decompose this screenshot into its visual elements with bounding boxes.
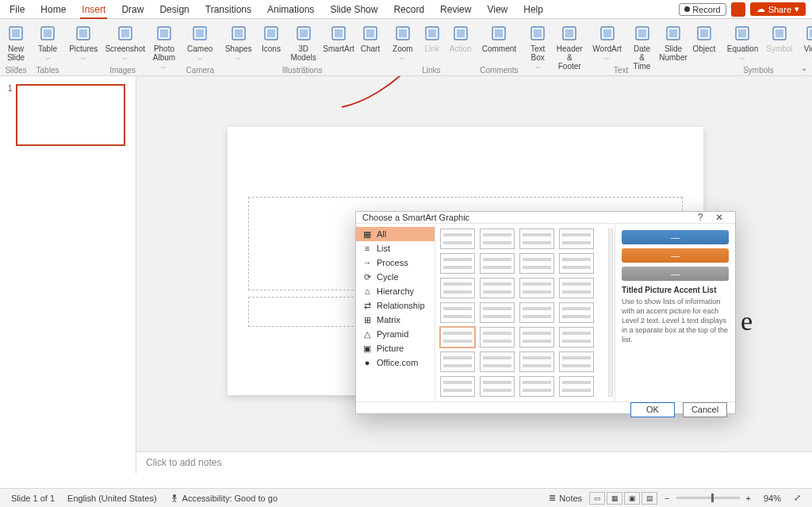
layout-thumb[interactable] (480, 327, 515, 348)
layout-thumb[interactable] (519, 253, 554, 274)
view-reading-button[interactable]: ▣ (624, 492, 640, 505)
category-matrix[interactable]: ⊞Matrix (356, 313, 435, 327)
zoom-in-button[interactable]: + (740, 494, 757, 503)
layout-thumb[interactable] (559, 351, 594, 372)
ribbon-chart[interactable]: Chart (358, 22, 383, 55)
layout-thumb[interactable] (440, 351, 475, 372)
ribbon-equation[interactable]: Equation (723, 22, 762, 65)
ribbon-comment[interactable]: Comment (480, 22, 519, 55)
layout-thumb[interactable] (519, 351, 554, 372)
zoom-slider[interactable] (676, 497, 740, 499)
status-slide[interactable]: Slide 1 of 1 (5, 494, 61, 503)
tab-record[interactable]: Record (385, 1, 432, 18)
tab-slide-show[interactable]: Slide Show (322, 1, 385, 18)
ribbon-video[interactable]: Video (800, 22, 812, 65)
layout-thumb[interactable] (559, 302, 594, 323)
category-pyramid[interactable]: △Pyramid (356, 327, 435, 341)
layout-thumb[interactable] (519, 302, 554, 323)
cancel-button[interactable]: Cancel (683, 402, 727, 417)
layout-thumb[interactable] (440, 376, 475, 397)
ribbon-date-time[interactable]: Date &Time (629, 22, 655, 72)
ribbon-slide-number[interactable]: SlideNumber (658, 22, 688, 63)
tab-animations[interactable]: Animations (259, 1, 322, 18)
category-hierarchy[interactable]: ⌂Hierarchy (356, 284, 435, 298)
dialog-titlebar[interactable]: Choose a SmartArt Graphic ? ✕ (356, 212, 735, 224)
tab-transitions[interactable]: Transitions (197, 1, 259, 18)
svg-rect-27 (457, 29, 465, 37)
ribbon-shapes[interactable]: Shapes (221, 22, 255, 65)
ribbon-screenshot[interactable]: Screenshot (104, 22, 147, 65)
present-button[interactable] (731, 2, 745, 17)
dialog-close-button[interactable]: ✕ (710, 212, 729, 223)
category-list[interactable]: ≡List (356, 241, 435, 255)
view-normal-button[interactable]: ▭ (589, 492, 605, 505)
layout-thumb[interactable] (480, 229, 515, 249)
category-picture[interactable]: ▣Picture (356, 341, 435, 355)
ok-button[interactable]: OK (630, 402, 675, 417)
tab-review[interactable]: Review (432, 1, 479, 18)
tab-draw[interactable]: Draw (113, 1, 151, 18)
layout-thumb[interactable] (480, 351, 515, 372)
tab-design[interactable]: Design (151, 1, 197, 18)
layout-thumb[interactable] (559, 376, 594, 397)
record-button[interactable]: Record (679, 3, 726, 16)
svg-rect-1 (12, 29, 20, 37)
ribbon-icons[interactable]: Icons (259, 22, 284, 55)
ribbon-table[interactable]: Table (35, 22, 60, 65)
zoom-level[interactable]: 94% (757, 494, 787, 503)
dialog-help-button[interactable]: ? (691, 212, 710, 223)
layout-thumb[interactable] (519, 278, 554, 298)
tab-file[interactable]: File (2, 1, 33, 18)
ribbon-collapse-icon[interactable]: ⌄ (801, 63, 807, 72)
layout-thumb[interactable] (519, 327, 554, 348)
slide-thumbnail-1[interactable] (16, 84, 125, 146)
layout-thumb[interactable] (519, 376, 554, 397)
slide-canvas-zone[interactable]: e Choose a SmartArt Graphic ? ✕ ▦All≡Lis… (136, 76, 812, 451)
layout-gallery[interactable] (435, 224, 615, 401)
ribbon-header-footer[interactable]: Header& Footer (553, 22, 585, 72)
layout-thumb[interactable] (480, 278, 515, 298)
layout-thumb[interactable] (480, 253, 515, 274)
ribbon-pictures[interactable]: Pictures (67, 22, 101, 65)
share-button[interactable]: ☁ Share ▾ (750, 2, 806, 16)
category-relationship[interactable]: ⇄Relationship (356, 298, 435, 313)
ribbon-object[interactable]: Object (691, 22, 717, 55)
view-sorter-button[interactable]: ▦ (607, 492, 622, 505)
category-cycle[interactable]: ⟳Cycle (356, 270, 435, 284)
layout-thumb[interactable] (559, 327, 594, 348)
view-slideshow-button[interactable]: ▤ (642, 492, 657, 505)
ribbon-smartart[interactable]: SmartArt (323, 22, 354, 55)
tab-view[interactable]: View (479, 1, 515, 18)
ribbon-zoom-label: Zoom (392, 44, 414, 63)
layout-thumb[interactable] (480, 302, 515, 323)
zoom-out-button[interactable]: − (658, 494, 676, 503)
layout-thumb[interactable] (559, 229, 594, 249)
layout-thumb[interactable] (440, 302, 475, 323)
layout-thumb[interactable] (440, 327, 475, 348)
dialog-body: ▦All≡List→Process⟳Cycle⌂Hierarchy⇄Relati… (356, 224, 735, 401)
layout-thumb[interactable] (559, 253, 594, 274)
notes-toggle[interactable]: ≣ Notes (542, 493, 588, 503)
category-all[interactable]: ▦All (356, 227, 435, 241)
status-language[interactable]: English (United States) (61, 494, 163, 503)
ribbon-zoom[interactable]: Zoom (389, 22, 416, 65)
layout-thumb[interactable] (559, 278, 594, 298)
ribbon-cameo[interactable]: Cameo (185, 22, 215, 65)
status-accessibility[interactable]: Accessibility: Good to go (163, 494, 284, 503)
slide-thumbnail-pane[interactable]: 1 (0, 76, 136, 474)
tab-home[interactable]: Home (33, 1, 74, 18)
layout-thumb[interactable] (440, 229, 475, 249)
layout-thumb[interactable] (480, 376, 515, 397)
tab-insert[interactable]: Insert (74, 1, 113, 18)
layout-thumb[interactable] (519, 229, 554, 249)
category-office-com[interactable]: ●Office.com (356, 355, 435, 370)
category-process[interactable]: →Process (356, 255, 435, 270)
ribbon-wordart[interactable]: WordArt (588, 22, 626, 65)
fit-to-window-button[interactable]: ⤢ (787, 493, 807, 503)
tab-help[interactable]: Help (515, 1, 551, 18)
notes-pane[interactable]: Click to add notes (136, 451, 812, 474)
svg-rect-33 (565, 29, 573, 37)
layout-thumb[interactable] (440, 253, 475, 274)
gallery-scrollbar[interactable] (608, 229, 613, 397)
layout-thumb[interactable] (440, 278, 475, 298)
